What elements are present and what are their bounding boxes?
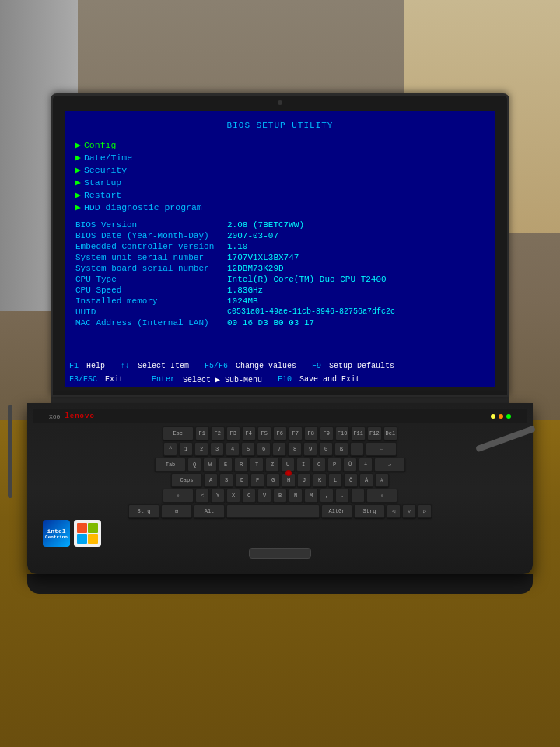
key-f6[interactable]: F6 <box>273 426 287 440</box>
key-8[interactable]: 8 <box>288 442 302 456</box>
key-g[interactable]: G <box>266 473 280 487</box>
key-1[interactable]: 1 <box>179 442 193 456</box>
key-tilde[interactable]: ^ <box>163 442 177 456</box>
key-z[interactable]: Z <box>265 458 279 472</box>
key-s[interactable]: S <box>219 473 233 487</box>
key-f11[interactable]: F11 <box>351 426 366 440</box>
key-h[interactable]: H <box>282 473 296 487</box>
key-f12[interactable]: F12 <box>367 426 382 440</box>
key-arrow-left[interactable]: ◁ <box>387 504 401 518</box>
key-k[interactable]: K <box>313 473 327 487</box>
key-shift-right[interactable]: ⇧ <box>366 489 397 503</box>
key-esc[interactable]: Esc <box>163 426 194 440</box>
key-alt[interactable]: Alt <box>194 504 225 518</box>
key-l[interactable]: L <box>328 473 342 487</box>
key-hash[interactable]: # <box>375 473 389 487</box>
key-4[interactable]: 4 <box>226 442 240 456</box>
key-a[interactable]: A <box>204 473 218 487</box>
key-enter[interactable]: ↵ <box>374 458 405 472</box>
touchpad[interactable] <box>249 548 311 559</box>
key-ue[interactable]: Ü <box>343 458 357 472</box>
key-9[interactable]: 9 <box>303 442 317 456</box>
key-v[interactable]: V <box>257 489 271 503</box>
key-x[interactable]: X <box>226 489 240 503</box>
menu-item-config[interactable]: ▶ Config <box>75 139 485 150</box>
sticker-intel: intel Centrino <box>43 520 70 547</box>
key-5[interactable]: 5 <box>241 442 255 456</box>
lenovo-logo: lenovo <box>65 412 94 420</box>
key-3[interactable]: 3 <box>210 442 224 456</box>
key-tab[interactable]: Tab <box>155 458 186 472</box>
key-dash[interactable]: - <box>351 489 365 503</box>
key-t[interactable]: T <box>250 458 264 472</box>
key-arrow-right[interactable]: ▷ <box>418 504 432 518</box>
key-r[interactable]: R <box>234 458 248 472</box>
key-2[interactable]: 2 <box>194 442 208 456</box>
key-7[interactable]: 7 <box>272 442 286 456</box>
key-comma[interactable]: , <box>320 489 334 503</box>
key-q[interactable]: Q <box>187 458 201 472</box>
key-6[interactable]: 6 <box>257 442 271 456</box>
key-f2[interactable]: F2 <box>211 426 225 440</box>
key-f3[interactable]: F3 <box>226 426 240 440</box>
key-p[interactable]: P <box>327 458 341 472</box>
info-row-mac: MAC Address (Internal LAN) 00 16 D3 B0 0… <box>75 318 485 328</box>
menu-arrow-2: ▶ <box>75 152 81 163</box>
key-backspace[interactable]: ← <box>366 442 397 456</box>
key-c[interactable]: C <box>242 489 256 503</box>
key-o[interactable]: O <box>312 458 326 472</box>
key-j[interactable]: J <box>297 473 311 487</box>
key-f[interactable]: F <box>250 473 264 487</box>
key-row-numbers: ^ 1 2 3 4 5 6 7 8 9 0 ß ´ ← <box>38 442 522 456</box>
key-caps[interactable]: Caps <box>171 473 202 487</box>
footer-row-1: F1 Help ↑↓ Select Item F5/F6 Change Valu… <box>65 359 495 373</box>
key-space[interactable] <box>226 504 320 518</box>
key-f9[interactable]: F9 <box>320 426 334 440</box>
menu-item-security[interactable]: ▶ Security <box>75 164 485 175</box>
key-win[interactable]: ⊞ <box>161 504 192 518</box>
key-f10[interactable]: F10 <box>335 426 350 440</box>
key-0[interactable]: 0 <box>319 442 333 456</box>
menu-item-restart[interactable]: ▶ Restart <box>75 189 485 200</box>
key-lt[interactable]: < <box>195 489 209 503</box>
key-ctrl-left[interactable]: Strg <box>128 504 159 518</box>
sticker-windows <box>74 520 101 547</box>
bios-screen: BIOS SETUP UTILITY ▶ Config ▶ Date/Time … <box>65 111 495 387</box>
key-f5[interactable]: F5 <box>257 426 271 440</box>
key-e[interactable]: E <box>219 458 233 472</box>
key-d[interactable]: D <box>235 473 249 487</box>
info-row-bios-date: BIOS Date (Year-Month-Day) 2007-03-07 <box>75 231 485 240</box>
key-shift-left[interactable]: ⇧ <box>163 489 194 503</box>
key-f4[interactable]: F4 <box>242 426 256 440</box>
key-f1[interactable]: F1 <box>195 426 209 440</box>
trackpoint[interactable] <box>285 470 292 476</box>
key-y[interactable]: Y <box>211 489 225 503</box>
key-plus[interactable]: + <box>359 458 373 472</box>
win-logo-q2 <box>88 523 98 533</box>
key-oe[interactable]: Ö <box>344 473 358 487</box>
key-row-yxcvbnm: ⇧ < Y X C V B N M , . - ⇧ <box>38 489 522 503</box>
key-del[interactable]: Del <box>383 426 398 440</box>
laptop-bottom <box>27 574 533 594</box>
key-arrow-down[interactable]: ▽ <box>402 504 416 518</box>
key-m[interactable]: M <box>304 489 318 503</box>
key-i[interactable]: I <box>296 458 310 472</box>
menu-item-startup[interactable]: ▶ Startup <box>75 177 485 188</box>
key-b[interactable]: B <box>273 489 287 503</box>
menu-item-datetime[interactable]: ▶ Date/Time <box>75 152 485 163</box>
key-w[interactable]: W <box>203 458 217 472</box>
key-ae[interactable]: Ä <box>359 473 373 487</box>
key-period[interactable]: . <box>335 489 349 503</box>
menu-item-hdd[interactable]: ▶ HDD diagnostic program <box>75 202 485 212</box>
info-row-memory: Installed memory 1024MB <box>75 296 485 306</box>
footer-row-2: F3/ESC Exit Enter Select ▶ Sub-Menu F10 … <box>65 373 495 387</box>
key-altgr[interactable]: AltGr <box>321 504 352 518</box>
key-acute[interactable]: ´ <box>350 442 364 456</box>
key-f7[interactable]: F7 <box>289 426 303 440</box>
key-sz[interactable]: ß <box>334 442 348 456</box>
laptop-hinge <box>51 397 509 403</box>
key-n[interactable]: N <box>289 489 303 503</box>
bios-footer: F1 Help ↑↓ Select Item F5/F6 Change Valu… <box>65 359 495 387</box>
key-f8[interactable]: F8 <box>304 426 318 440</box>
key-ctrl-right[interactable]: Strg <box>354 504 385 518</box>
